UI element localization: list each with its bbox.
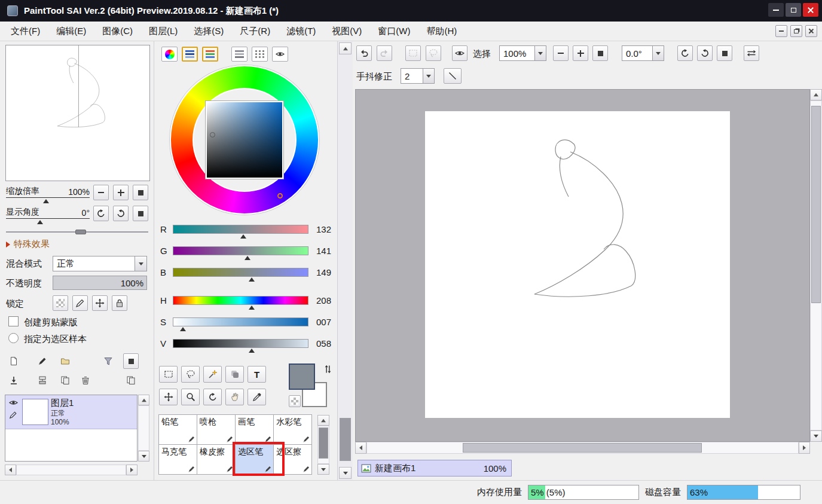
tab-color-wheel[interactable] [161,47,178,62]
tab-scratchpad[interactable] [272,47,288,62]
brush-scroll-up-button[interactable] [317,415,329,426]
chevron-down-icon[interactable] [653,45,664,61]
zoom-tool[interactable] [181,389,200,405]
canvas-angle-reset-button[interactable] [717,45,732,61]
lock-pixels-button[interactable] [72,295,88,311]
s-slider-marker[interactable] [180,327,186,331]
chevron-down-icon[interactable] [423,68,435,84]
menu-image[interactable]: 图像(C) [102,26,133,37]
eyedropper-tool[interactable] [247,389,266,405]
panel-scrollbar[interactable] [337,41,353,480]
lock-opacity-button[interactable] [53,295,68,311]
clipping-mask-checkbox[interactable] [8,316,19,326]
lock-position-button[interactable] [92,295,108,311]
opacity-slider[interactable]: 100% [53,276,147,290]
lasso-tool[interactable] [181,366,200,383]
show-selection-button[interactable] [452,45,467,61]
merge-down-button[interactable] [35,372,50,388]
saturation-value-square[interactable] [206,101,283,179]
redo-button[interactable] [377,45,392,61]
panel-scroll-down-button[interactable] [339,467,352,479]
canvas-tab[interactable]: 新建画布1 100% [357,460,512,476]
canvas-hscroll-thumb[interactable] [463,443,702,453]
document-close-button[interactable] [805,25,817,37]
brush-paintbrush[interactable]: 画笔 [235,414,274,445]
brush-marker[interactable]: 马克笔 [158,444,197,475]
tab-swatches[interactable] [252,47,268,62]
canvas-scroll-up-button[interactable] [810,89,822,100]
canvas-vscrollbar[interactable] [810,100,822,430]
g-slider-marker[interactable] [245,256,250,260]
swap-colors-icon[interactable] [323,365,332,374]
menu-file[interactable]: 文件(F) [11,26,40,37]
canvas-hscrollbar[interactable] [366,442,799,454]
document-restore-button[interactable] [790,25,802,37]
b-slider-marker[interactable] [249,277,255,282]
layer-list-scroll-up-button[interactable] [138,395,149,405]
canvas-scroll-left-button[interactable] [355,442,366,454]
angle-slider-marker[interactable] [37,220,43,224]
navigator-zoom-in-button[interactable] [113,185,129,200]
stabilizer-combo[interactable]: 2 [401,68,435,84]
navigator-rotate-ccw-button[interactable] [93,206,109,221]
text-tool[interactable]: T [247,366,266,383]
navigator-rotate-cw-button[interactable] [113,206,129,221]
layer-list-scroll-down-button[interactable] [138,451,149,462]
canvas-zoom-combo[interactable]: 100% [499,45,546,61]
primary-color-swatch[interactable] [289,364,315,390]
brush-scrollbar[interactable] [317,426,329,464]
panel-scroll-thumb[interactable] [340,418,351,461]
g-slider[interactable] [173,246,308,255]
invert-selection-button[interactable] [426,45,441,61]
b-slider[interactable] [173,268,308,277]
h-slider[interactable] [173,296,308,305]
rect-select-tool[interactable] [159,366,178,383]
menu-selection[interactable]: 选择(S) [194,26,224,37]
special-effects-section[interactable]: 特殊效果 [6,239,50,250]
layer-list-hscrollbar[interactable] [16,465,126,475]
brush-watercolor[interactable]: 水彩笔 [273,414,312,445]
rotate-canvas-tool[interactable] [203,389,222,405]
layer-mask-button[interactable] [100,353,116,369]
blend-mode-select[interactable]: 正常 [53,256,147,271]
menu-window[interactable]: 窗口(W) [378,26,410,37]
transparent-color-button[interactable] [289,395,301,407]
chevron-down-icon[interactable] [535,45,546,61]
lock-all-button[interactable] [112,295,127,311]
canvas-viewport[interactable] [355,89,810,442]
delete-layer-button[interactable] [78,372,93,388]
new-layer-button[interactable] [6,353,22,369]
s-slider[interactable] [173,317,308,326]
menu-edit[interactable]: 编辑(E) [56,26,86,37]
menu-help[interactable]: 帮助(H) [426,26,457,37]
canvas-scroll-right-button[interactable] [799,442,810,454]
canvas-scroll-down-button[interactable] [810,430,822,442]
tab-rgb-sliders[interactable] [182,47,198,62]
h-slider-marker[interactable] [249,306,255,310]
menu-layer[interactable]: 图层(L) [149,26,178,37]
r-slider[interactable] [173,225,308,234]
canvas-zoom-reset-button[interactable] [592,45,608,61]
tab-color-mixer[interactable] [231,47,247,62]
selection-source-radio[interactable] [8,333,19,343]
transfer-down-button[interactable] [6,372,22,388]
layer-list-scroll-right-button[interactable] [126,465,137,475]
brush-pencil[interactable]: 铅笔 [158,414,197,445]
chevron-down-icon[interactable] [135,256,146,271]
color-wheel[interactable] [170,65,319,215]
canvas-angle-combo[interactable]: 0.0° [622,45,664,61]
magic-wand-tool[interactable] [203,366,222,383]
deselect-button[interactable] [405,45,421,61]
canvas-vscroll-thumb[interactable] [811,106,821,303]
hue-ring-cursor[interactable] [277,193,283,198]
brush-eraser[interactable]: 橡皮擦 [197,444,236,475]
canvas-rotate-ccw-button[interactable] [677,45,693,61]
duplicate-layer-button[interactable] [123,372,139,388]
canvas-zoom-in-button[interactable] [573,45,588,61]
move-tool[interactable] [159,389,178,405]
undo-button[interactable] [356,45,372,61]
window-minimize-button[interactable] [768,3,784,17]
panel-slider[interactable] [6,231,148,233]
layer-list-scroll-left-button[interactable] [5,465,16,475]
v-slider[interactable] [173,339,308,348]
